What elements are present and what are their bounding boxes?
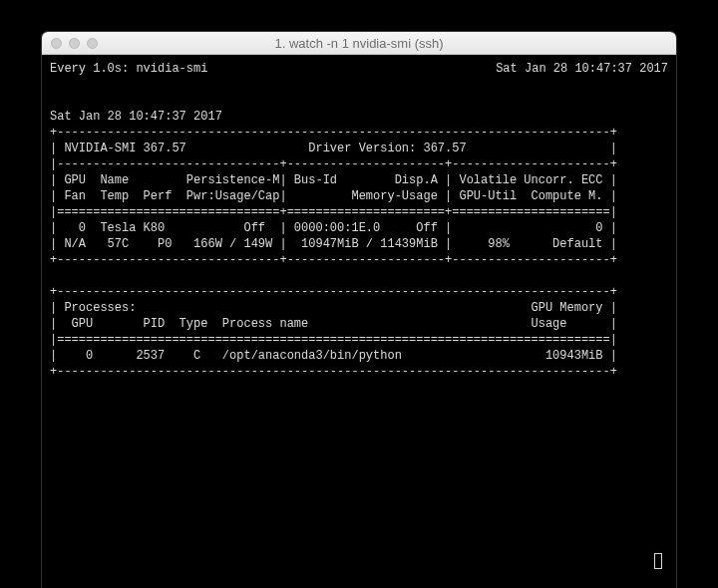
smi-timestamp: Sat Jan 28 10:47:37 2017	[50, 110, 222, 124]
smi-version-line: | NVIDIA-SMI 367.57 Driver Version: 367.…	[50, 142, 617, 155]
watch-clock: Sat Jan 28 10:47:37 2017	[496, 61, 668, 77]
zoom-icon[interactable]	[87, 38, 98, 49]
terminal-output[interactable]: Every 1.0s: nvidia-smiSat Jan 28 10:47:3…	[42, 55, 676, 588]
smi-rule: +---------------------------------------…	[50, 126, 617, 140]
smi-proc-header: | GPU PID Type Process name Usage |	[50, 317, 617, 331]
smi-rule: |-------------------------------+-------…	[50, 157, 617, 171]
smi-header: | GPU Name Persistence-M| Bus-Id Disp.A …	[50, 173, 617, 187]
smi-rule: +---------------------------------------…	[50, 285, 617, 299]
titlebar[interactable]: 1. watch -n 1 nvidia-smi (ssh)	[42, 32, 676, 55]
smi-rule: |===============================+=======…	[50, 205, 617, 219]
smi-proc-row: | 0 2537 C /opt/anaconda3/bin/python 109…	[50, 349, 617, 363]
minimize-icon[interactable]	[69, 38, 80, 49]
smi-gpu-row: | 0 Tesla K80 Off | 0000:00:1E.0 Off | 0…	[50, 221, 617, 235]
window-controls	[42, 38, 98, 49]
window-title: 1. watch -n 1 nvidia-smi (ssh)	[42, 36, 676, 51]
smi-header: | Fan Temp Perf Pwr:Usage/Cap| Memory-Us…	[50, 189, 617, 203]
smi-gpu-row: | N/A 57C P0 166W / 149W | 10947MiB / 11…	[50, 237, 617, 251]
smi-proc-header: | Processes: GPU Memory |	[50, 301, 617, 315]
watch-header: Every 1.0s: nvidia-smiSat Jan 28 10:47:3…	[50, 61, 668, 77]
terminal-cursor	[654, 553, 662, 569]
smi-rule: |=======================================…	[50, 333, 617, 347]
smi-rule: +---------------------------------------…	[50, 365, 617, 379]
terminal-window: 1. watch -n 1 nvidia-smi (ssh) Every 1.0…	[42, 32, 676, 588]
watch-interval: Every 1.0s: nvidia-smi	[50, 61, 207, 77]
smi-rule: +-------------------------------+-------…	[50, 253, 617, 267]
close-icon[interactable]	[51, 38, 62, 49]
